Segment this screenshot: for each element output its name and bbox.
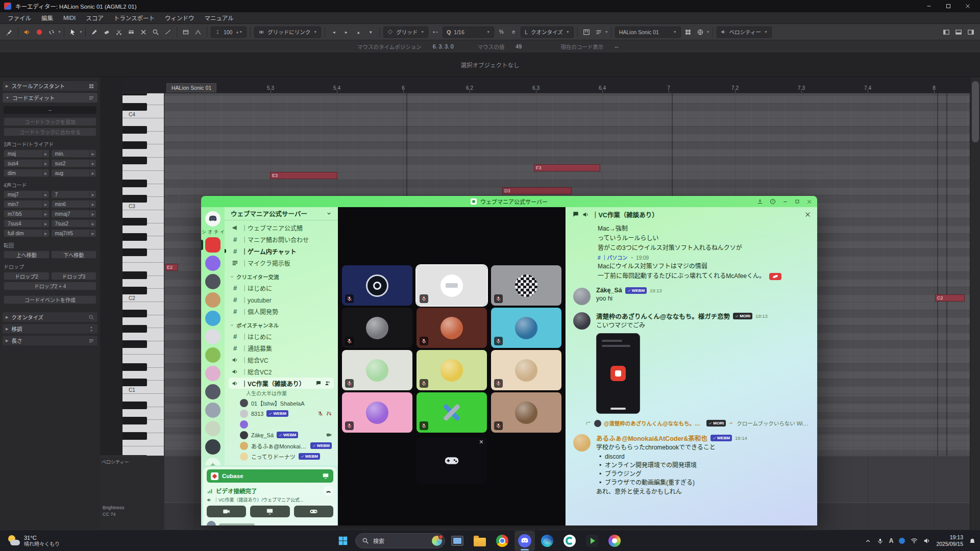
server-icon-6[interactable] <box>201 311 225 326</box>
length-quantize-dropdown[interactable]: Lクオンタイズ▼ <box>521 27 573 38</box>
discord-taskbar-button[interactable] <box>514 531 535 551</box>
draw-tool-button[interactable] <box>89 27 100 38</box>
video-tile-4[interactable] <box>416 308 487 348</box>
option-arrow-icon[interactable]: ▶ <box>42 150 49 157</box>
triad-button[interactable]: dim▶ <box>4 169 50 177</box>
info-line-toggle-button[interactable] <box>180 27 191 38</box>
triad-button[interactable]: sus2▶ <box>51 159 97 167</box>
text-channel[interactable]: #｜youtuber <box>229 294 334 305</box>
triad-button[interactable]: aug▶ <box>51 169 97 177</box>
voice-channel[interactable]: ｜総合VC2 <box>229 366 334 377</box>
wifi-icon[interactable] <box>911 537 918 544</box>
video-tile-8[interactable] <box>491 350 561 390</box>
lower-zone-button[interactable] <box>953 27 964 38</box>
option-arrow-icon[interactable]: ▶ <box>42 160 49 167</box>
voice-channel[interactable]: ｜VC作業（雑談あり） <box>229 378 334 389</box>
tetrad-button[interactable]: 7▶ <box>51 190 97 198</box>
avatar[interactable] <box>573 312 591 330</box>
grid-adjust-button[interactable] <box>430 27 441 38</box>
video-tile-7[interactable] <box>416 350 487 390</box>
volume-icon[interactable] <box>923 537 930 544</box>
voice-channel[interactable]: ｜総合VC <box>229 354 334 365</box>
channel-mention[interactable]: # ｜パソコン <box>598 254 627 261</box>
black-key[interactable] <box>122 402 147 409</box>
text-channel[interactable]: #｜個人開発勢 <box>229 306 334 317</box>
close-tile-icon[interactable]: × <box>479 438 483 446</box>
grid-link-dropdown[interactable]: グリッドにリンク▼ <box>254 27 321 38</box>
server-header[interactable]: ウェブマニア公式サーバー <box>225 207 338 220</box>
video-tile-2[interactable] <box>491 265 561 306</box>
edge-button[interactable] <box>537 531 557 551</box>
swing-button[interactable]: % <box>496 27 507 38</box>
black-key[interactable] <box>122 233 147 241</box>
record-button[interactable] <box>34 27 45 38</box>
option-arrow-icon[interactable]: ▶ <box>42 220 49 227</box>
text-channel[interactable]: #｜通話募集 <box>229 342 334 354</box>
weather-widget[interactable]: 31°C 晴れ時々くもり <box>4 532 63 550</box>
option-arrow-icon[interactable]: ▶ <box>89 169 96 177</box>
camera-button[interactable] <box>207 506 246 517</box>
iterative-quantize-button[interactable]: e <box>508 27 519 38</box>
video-tile-6[interactable] <box>342 350 412 390</box>
black-key[interactable] <box>122 157 147 164</box>
black-key[interactable] <box>122 379 147 386</box>
voice-member[interactable]: 8313WEBM <box>238 408 334 419</box>
midi-note[interactable]: E2 <box>165 264 178 271</box>
velocity-lane-label[interactable]: ベロシティー <box>102 459 129 465</box>
text-channel[interactable]: #｜ゲーム内チャット <box>229 245 334 257</box>
triad-button[interactable]: min.▶ <box>51 149 97 158</box>
section-length[interactable]: ▶長さ <box>3 336 97 345</box>
black-key[interactable] <box>122 93 147 95</box>
zoom-tool-button[interactable] <box>150 27 161 38</box>
author-name[interactable]: Zákę_Sá <box>596 287 622 294</box>
server-icon-5[interactable] <box>201 292 225 308</box>
show-part-borders-button[interactable] <box>682 27 694 38</box>
discord-titlebar[interactable]: ウェブマニア公式サーバー ? <box>201 196 817 207</box>
maximize-icon[interactable] <box>945 3 951 9</box>
controller-lane-dropdown[interactable]: ベロシティー▼ <box>717 27 772 38</box>
menu-item-3[interactable]: スコア <box>81 12 108 23</box>
desktop-app-button[interactable] <box>447 531 468 551</box>
server-icon-4[interactable] <box>201 274 225 289</box>
tetrad-button[interactable]: maj7▶ <box>4 190 50 198</box>
option-arrow-icon[interactable]: ▶ <box>89 201 96 208</box>
discord-minimize-icon[interactable] <box>782 199 788 205</box>
video-tile-10[interactable] <box>416 392 487 433</box>
server-icon-8[interactable] <box>201 347 225 363</box>
black-key[interactable] <box>122 417 147 424</box>
drop-button[interactable]: ドロップ2 <box>4 272 50 280</box>
velocity-spinner[interactable]: 100▲▼ <box>211 27 247 38</box>
option-arrow-icon[interactable]: ▶ <box>89 160 96 167</box>
info-value-1[interactable]: 49 <box>516 43 549 49</box>
part-selector-dropdown[interactable]: HALion Sonic 01▼ <box>615 27 681 38</box>
black-key[interactable] <box>122 103 147 111</box>
video-tile-11[interactable] <box>491 392 561 433</box>
activity-tile[interactable]: × <box>416 437 487 484</box>
section-quantize[interactable]: ▶クオンタイズ <box>3 312 97 322</box>
acoustic-feedback-button[interactable] <box>21 27 33 38</box>
chat-icon[interactable] <box>315 380 322 386</box>
author-name[interactable]: あるふぁ@Monokai&AtCoder&茶和也 <box>596 433 707 443</box>
black-key[interactable] <box>122 310 147 317</box>
dark-app-button[interactable] <box>582 531 602 551</box>
menu-item-5[interactable]: ウィンドウ <box>160 12 199 23</box>
spinner-arrows-icon[interactable]: ▲▼ <box>235 30 242 34</box>
inversion-button[interactable]: 上へ移動 <box>4 251 50 259</box>
line-tool-button[interactable] <box>162 27 174 38</box>
voice-channel-path-row[interactable]: ｜VC作業（雑談あり）/ウェブマニア公式... <box>207 496 333 503</box>
avatar[interactable] <box>573 434 591 452</box>
vertical-scrollbar[interactable] <box>970 77 980 530</box>
menu-item-0[interactable]: ファイル <box>3 12 36 23</box>
tetrad-button[interactable]: min7▶ <box>4 200 50 208</box>
minimize-icon[interactable] <box>926 3 932 9</box>
activity-button[interactable] <box>294 506 333 517</box>
right-zone-button[interactable] <box>965 27 976 38</box>
menu-item-2[interactable]: MIDI <box>59 13 80 22</box>
section-chord-edit[interactable]: ▼コードエディット <box>3 93 97 103</box>
piano-keyboard[interactable]: C4C3C2C1 <box>122 93 164 456</box>
update-download-icon[interactable] <box>757 198 763 205</box>
image-attachment[interactable] <box>596 333 640 414</box>
video-tile-3[interactable] <box>342 308 412 348</box>
tray-expand-icon[interactable] <box>865 538 871 544</box>
help-icon[interactable]: ? <box>770 198 776 205</box>
